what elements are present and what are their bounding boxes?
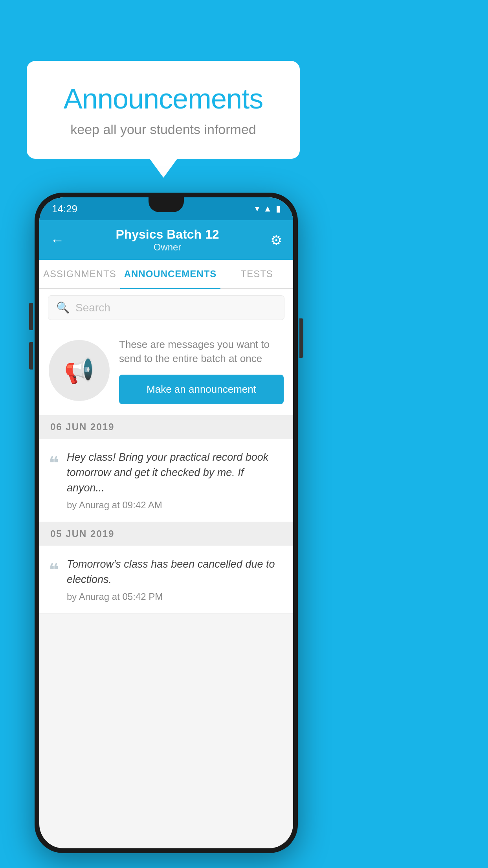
app-bar-subtitle: Owner — [116, 242, 219, 253]
search-bar: 🔍 Search — [39, 289, 293, 326]
announcement-item-2: ❝ Tomorrow's class has been cancelled du… — [39, 546, 293, 614]
app-bar: ← Physics Batch 12 Owner ⚙ — [39, 220, 293, 260]
announcement-description: These are messages you want to send to t… — [119, 337, 284, 366]
search-input-wrap[interactable]: 🔍 Search — [48, 295, 284, 320]
app-bar-title: Physics Batch 12 — [116, 227, 219, 242]
tab-announcements[interactable]: ANNOUNCEMENTS — [120, 260, 221, 288]
status-time: 14:29 — [52, 203, 77, 215]
status-bar: 14:29 ▾ ▲ ▮ — [39, 197, 293, 220]
megaphone-icon: 📢 — [64, 357, 94, 385]
tab-assignments[interactable]: ASSIGNMENTS — [39, 260, 120, 288]
phone-button-vol-up — [29, 303, 33, 330]
settings-icon[interactable]: ⚙ — [270, 232, 282, 248]
date-separator-2: 05 JUN 2019 — [39, 522, 293, 546]
signal-icon: ▲ — [263, 204, 272, 214]
bubble-subtitle: keep all your students informed — [50, 122, 276, 137]
phone-notch — [149, 197, 184, 212]
back-button[interactable]: ← — [50, 232, 64, 248]
announcement-right: These are messages you want to send to t… — [119, 337, 284, 404]
status-icons: ▾ ▲ ▮ — [255, 204, 281, 214]
quote-icon-1: ❝ — [49, 452, 59, 474]
phone-frame: 14:29 ▾ ▲ ▮ ← Physics Batch 12 Owner ⚙ A… — [35, 193, 298, 853]
search-placeholder: Search — [75, 302, 110, 314]
make-announcement-button[interactable]: Make an announcement — [119, 375, 284, 404]
phone-button-power — [299, 318, 303, 358]
search-icon: 🔍 — [56, 301, 70, 314]
date-separator-1: 06 JUN 2019 — [39, 415, 293, 439]
bubble-title: Announcements — [50, 83, 276, 115]
tab-tests[interactable]: TESTS — [220, 260, 293, 288]
announcement-item-1: ❝ Hey class! Bring your practical record… — [39, 439, 293, 522]
app-bar-center: Physics Batch 12 Owner — [116, 227, 219, 253]
speech-bubble-card: Announcements keep all your students inf… — [27, 61, 300, 159]
tabs-bar: ASSIGNMENTS ANNOUNCEMENTS TESTS — [39, 260, 293, 289]
speech-bubble: Announcements keep all your students inf… — [27, 61, 300, 159]
announcement-prompt: 📢 These are messages you want to send to… — [39, 326, 293, 415]
announcement-text-1: Hey class! Bring your practical record b… — [67, 450, 284, 496]
announcement-icon-circle: 📢 — [49, 340, 110, 401]
announcement-meta-2: by Anurag at 05:42 PM — [67, 591, 284, 602]
announcement-content-1: Hey class! Bring your practical record b… — [67, 450, 284, 511]
announcement-meta-1: by Anurag at 09:42 AM — [67, 500, 284, 511]
battery-icon: ▮ — [276, 204, 281, 214]
phone-button-vol-down — [29, 342, 33, 370]
wifi-icon: ▾ — [255, 204, 259, 214]
announcement-content-2: Tomorrow's class has been cancelled due … — [67, 557, 284, 602]
quote-icon-2: ❝ — [49, 559, 59, 581]
announcement-text-2: Tomorrow's class has been cancelled due … — [67, 557, 284, 587]
phone-screen: 14:29 ▾ ▲ ▮ ← Physics Batch 12 Owner ⚙ A… — [39, 197, 293, 848]
